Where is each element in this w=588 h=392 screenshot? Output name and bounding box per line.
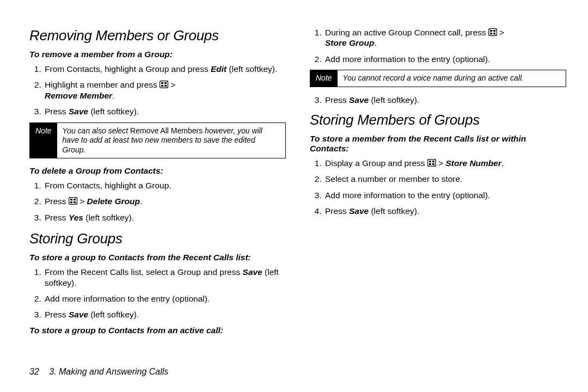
step: Add more information to the entry (optio… — [324, 54, 566, 64]
text: Press — [325, 95, 349, 105]
subheading-remove-member: To remove a member from a Group: — [29, 50, 286, 59]
menu-item: Remove Member — [45, 91, 112, 100]
step: Press Save (left softkey). — [44, 309, 286, 320]
note-label: Note — [310, 70, 338, 87]
button-name: Yes — [69, 213, 83, 222]
subheading-store-member: To store a member from the Recent Calls … — [310, 134, 566, 154]
button-name: Save — [69, 107, 88, 116]
steps-store-recent-cont: Add more information to the entry (optio… — [29, 293, 286, 320]
page-footer: 32 3. Making and Answering Calls — [29, 367, 168, 377]
text: . — [501, 158, 504, 168]
text: Highlight a member and press — [45, 80, 160, 89]
step: During an active Group Connect call, pre… — [324, 27, 566, 48]
step: Press Yes (left softkey). — [44, 212, 286, 223]
menu-item: Delete Group — [87, 197, 140, 206]
step: Display a Group and press > Store Number… — [324, 158, 566, 168]
text: . — [374, 38, 376, 47]
note-text: You can also select Remove All Members h… — [57, 123, 285, 158]
menu-item: Store Number — [446, 158, 502, 168]
options-key-icon — [427, 158, 436, 166]
subheading-store-recent: To store a group to Contacts from the Re… — [29, 253, 286, 262]
text: Remove All Members — [130, 126, 203, 135]
subheading-delete-group: To delete a Group from Contacts: — [29, 166, 286, 176]
button-name: Edit — [211, 64, 226, 74]
page-number: 32 — [29, 367, 39, 376]
step: Press > Delete Group. — [44, 196, 286, 206]
button-name: Save — [243, 267, 262, 277]
button-name: Save — [349, 206, 369, 216]
text: (left softkey). — [83, 213, 134, 222]
text: From Contacts, highlight a Group and pre… — [45, 64, 211, 74]
button-name: Save — [69, 310, 88, 319]
text: You can also select — [63, 126, 131, 135]
steps-remove-member: From Contacts, highlight a Group and pre… — [29, 64, 286, 117]
step: From the Recent Calls list, select a Gro… — [44, 267, 286, 288]
text: Press — [45, 213, 69, 222]
options-key-icon — [69, 197, 77, 204]
text: Press — [45, 197, 69, 206]
chapter-title: 3. Making and Answering Calls — [49, 367, 168, 376]
step: Select a number or member to store. — [324, 174, 566, 184]
text: (left softkey). — [226, 64, 277, 74]
note-label: Note — [30, 123, 57, 158]
heading-storing-members: Storing Members of Groups — [310, 112, 566, 128]
step: Highlight a member and press > Remove Me… — [44, 79, 286, 101]
steps-store-recent: From the Recent Calls list, select a Gro… — [29, 267, 286, 288]
note-text: You cannot record a voice name during an… — [338, 70, 566, 87]
text: . — [112, 91, 114, 100]
text: Display a Group and press — [325, 158, 427, 168]
steps-store-member: Display a Group and press > Store Number… — [310, 158, 566, 217]
text: From the Recent Calls list, select a Gro… — [45, 267, 243, 277]
text: Press — [45, 310, 69, 319]
heading-removing: Removing Members or Groups — [29, 27, 286, 44]
step: Press Save (left softkey). — [44, 106, 286, 117]
steps-store-active-call-b: Press Save (left softkey). — [310, 95, 566, 105]
text: > — [168, 80, 175, 89]
note-box: Note You can also select Remove All Memb… — [29, 122, 286, 159]
step: From Contacts, highlight a Group and pre… — [44, 64, 286, 74]
text: > — [497, 28, 504, 37]
step: Press Save (left softkey). — [324, 95, 566, 105]
text: During an active Group Connect call, pre… — [325, 28, 488, 37]
button-name: Save — [349, 95, 369, 105]
text: > — [77, 197, 87, 206]
step: Add more information to the entry (optio… — [44, 293, 286, 304]
text: (left softkey). — [88, 310, 139, 319]
text: (left softkey). — [88, 107, 139, 116]
text: Press — [45, 107, 69, 116]
steps-delete-group: From Contacts, highlight a Group. Press … — [29, 180, 286, 223]
text: > — [436, 158, 446, 168]
text: . — [140, 197, 142, 206]
note-box: Note You cannot record a voice name duri… — [310, 70, 566, 87]
menu-item: Store Group — [325, 38, 374, 47]
options-key-icon — [160, 80, 168, 88]
step: From Contacts, highlight a Group. — [44, 180, 286, 191]
manual-page: Removing Members or Groups To remove a m… — [0, 0, 588, 392]
two-column-layout: Removing Members or Groups To remove a m… — [29, 27, 566, 354]
heading-storing-groups: Storing Groups — [29, 230, 286, 247]
steps-store-active-call-a: During an active Group Connect call, pre… — [310, 27, 566, 64]
options-key-icon — [488, 28, 497, 35]
text: (left softkey). — [369, 95, 419, 105]
text: (left softkey). — [369, 206, 419, 216]
text: Press — [325, 206, 349, 216]
subheading-store-active-call: To store a group to Contacts from an act… — [29, 326, 286, 335]
step: Add more information to the entry (optio… — [324, 190, 566, 200]
step: Press Save (left softkey). — [324, 206, 566, 216]
